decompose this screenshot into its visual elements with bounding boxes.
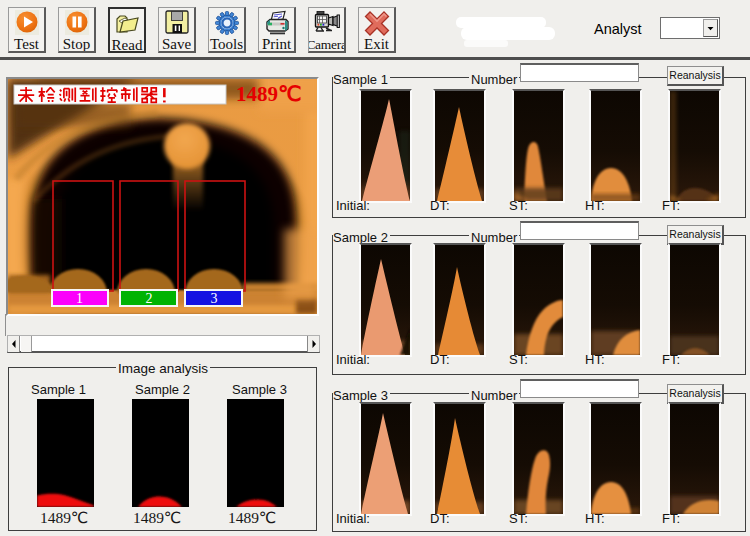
svg-text:2: 2 xyxy=(146,291,153,306)
svg-text:1: 1 xyxy=(76,291,83,306)
svg-text:3: 3 xyxy=(211,291,218,306)
svg-text:1489℃: 1489℃ xyxy=(236,82,302,106)
